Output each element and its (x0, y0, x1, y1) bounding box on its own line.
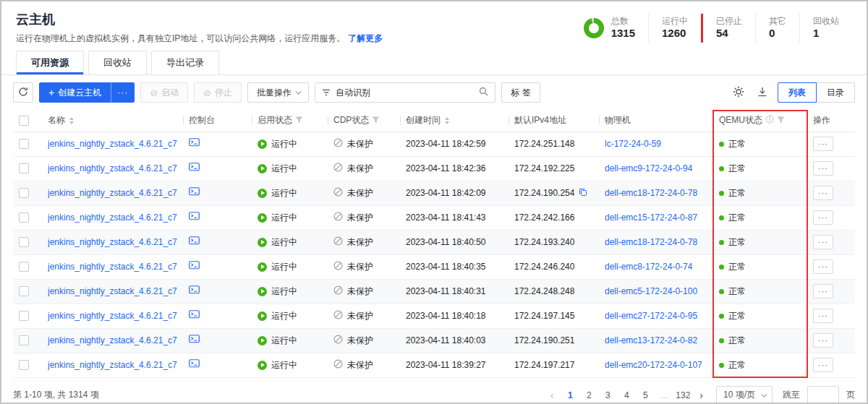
select-all-checkbox[interactable] (19, 116, 29, 126)
list-view-button[interactable]: 列表 (778, 82, 817, 103)
host-link[interactable]: dell-emc20-172-24-0-107 (605, 360, 702, 370)
console-icon[interactable] (189, 287, 200, 297)
tag-button[interactable]: 标签 (501, 82, 540, 103)
row-actions-button[interactable]: ··· (813, 210, 833, 225)
jump-label: 跳至 (783, 389, 800, 401)
vm-name-link[interactable]: jenkins_nightly_zstack_4.6.21_c79_l... (48, 360, 177, 370)
stop-button[interactable]: ⊘ 停止 (194, 82, 242, 103)
host-link[interactable]: dell-emc13-172-24-0-82 (605, 335, 697, 345)
create-vm-more-button[interactable]: ··· (111, 82, 135, 103)
column-header-created-time[interactable]: 创建时间 (400, 110, 509, 132)
enable-status-text: 运行中 (271, 187, 297, 199)
host-link[interactable]: dell-emc8-172-24-0-74 (605, 262, 692, 272)
row-checkbox[interactable] (19, 262, 29, 272)
row-actions-button[interactable]: ··· (813, 235, 833, 249)
sort-icon[interactable] (445, 117, 449, 124)
column-header-qemu-status[interactable]: QEMU状态 (713, 110, 807, 132)
row-actions-button[interactable]: ··· (813, 161, 833, 176)
download-button[interactable] (754, 84, 770, 102)
page-size-value: 10 项/页 (723, 389, 755, 401)
vm-name-link[interactable]: jenkins_nightly_zstack_4.6.21_c79_l... (48, 237, 177, 247)
vm-name-link[interactable]: jenkins_nightly_zstack_4.6.21_c76_l... (48, 163, 177, 173)
console-icon[interactable] (189, 311, 200, 322)
row-actions-button[interactable]: ··· (813, 284, 833, 298)
host-link[interactable]: dell-emc15-172-24-0-87 (605, 212, 697, 223)
console-icon[interactable] (189, 139, 200, 150)
host-link[interactable]: dell-emc18-172-24-0-78 (605, 188, 697, 198)
host-link[interactable]: dell-emc27-172-24-0-95 (605, 311, 697, 321)
sort-icon[interactable] (69, 117, 74, 124)
console-icon[interactable] (189, 262, 200, 272)
filter-lines-icon (322, 86, 331, 99)
row-checkbox[interactable] (19, 163, 29, 173)
vm-name-link[interactable]: jenkins_nightly_zstack_4.6.21_c79_l... (48, 286, 177, 296)
settings-button[interactable] (730, 83, 747, 103)
row-checkbox[interactable] (19, 237, 29, 247)
batch-actions-button[interactable]: 批量操作 (247, 82, 309, 103)
host-link[interactable]: dell-emc5-172-24-0-100 (605, 286, 697, 296)
console-icon[interactable] (189, 361, 200, 371)
page-number[interactable]: 4 (618, 387, 634, 403)
prev-page-button[interactable]: ‹ (546, 390, 558, 401)
vm-name-link[interactable]: jenkins_nightly_zstack_4.6.21_c79_l... (48, 139, 177, 149)
row-checkbox[interactable] (19, 360, 29, 370)
column-header-name[interactable]: 名称 (42, 110, 183, 132)
qemu-status-text: 正常 (728, 310, 746, 322)
vm-name-link[interactable]: jenkins_nightly_zstack_4.6.21_c79_l... (48, 311, 177, 321)
start-button[interactable]: ⊘ 启动 (140, 82, 188, 103)
vm-name-link[interactable]: jenkins_nightly_zstack_4.6.21_c79_l... (48, 188, 177, 198)
filter-icon[interactable] (372, 116, 380, 126)
tab-export-records[interactable]: 导出记录 (151, 51, 219, 74)
page-size-select[interactable]: 10 项/页 (716, 386, 773, 404)
column-header-cdp-status[interactable]: CDP状态 (328, 110, 400, 132)
page-number[interactable]: 132 (675, 387, 691, 403)
column-header-enable-status[interactable]: 启用状态 (252, 110, 328, 132)
console-icon[interactable] (189, 164, 200, 174)
create-vm-button[interactable]: + 创建云主机 (39, 82, 111, 103)
row-checkbox[interactable] (19, 335, 29, 345)
refresh-button[interactable] (13, 82, 33, 103)
filter-icon[interactable] (777, 116, 785, 126)
console-icon[interactable] (189, 213, 200, 223)
console-icon[interactable] (189, 189, 200, 199)
filter-icon[interactable] (295, 116, 303, 126)
row-checkbox[interactable] (19, 286, 29, 296)
pagination-pages: 12345...132 (561, 387, 692, 403)
row-actions-button[interactable]: ··· (813, 358, 833, 372)
console-icon[interactable] (189, 238, 200, 248)
row-actions-button[interactable]: ··· (813, 259, 833, 274)
page-number[interactable]: 1 (562, 387, 578, 403)
tab-recycle-bin[interactable]: 回收站 (88, 51, 147, 74)
host-link[interactable]: dell-emc18-172-24-0-78 (605, 237, 697, 247)
jump-page-input[interactable] (807, 386, 839, 404)
row-checkbox[interactable] (19, 311, 29, 321)
catalog-view-button[interactable]: 目录 (816, 82, 855, 103)
tab-available-resources[interactable]: 可用资源 (16, 51, 84, 74)
next-page-button[interactable]: › (695, 390, 707, 401)
row-actions-button[interactable]: ··· (813, 186, 833, 200)
row-actions-button[interactable]: ··· (813, 309, 833, 323)
page-number[interactable]: 2 (581, 387, 597, 403)
row-actions-button[interactable]: ··· (813, 333, 833, 348)
info-icon[interactable] (765, 115, 774, 126)
row-checkbox[interactable] (19, 212, 29, 223)
stat-stopped: 已停止 54 (701, 14, 755, 43)
host-link[interactable]: lc-172-24-0-59 (605, 139, 661, 149)
row-actions-button[interactable]: ··· (813, 137, 833, 151)
vm-name-link[interactable]: jenkins_nightly_zstack_4.6.21_c79_l... (48, 335, 177, 345)
search-icon[interactable] (479, 86, 488, 99)
console-icon[interactable] (189, 336, 200, 346)
host-link[interactable]: dell-emc9-172-24-0-94 (605, 163, 692, 173)
copy-icon[interactable] (579, 188, 587, 199)
row-checkbox[interactable] (19, 139, 29, 149)
page-number[interactable]: 3 (600, 387, 616, 403)
column-label: 控制台 (189, 115, 215, 125)
search-input[interactable]: 自动识别 (315, 82, 495, 103)
vm-name-link[interactable]: jenkins_nightly_zstack_4.6.21_c76_l... (48, 262, 177, 272)
page-number[interactable]: 5 (637, 387, 653, 403)
running-status-icon (258, 262, 267, 272)
stop-label: 停止 (215, 87, 232, 99)
vm-name-link[interactable]: jenkins_nightly_zstack_4.6.21_c79_l... (48, 212, 177, 223)
learn-more-link[interactable]: 了解更多 (348, 33, 383, 43)
row-checkbox[interactable] (19, 188, 29, 198)
